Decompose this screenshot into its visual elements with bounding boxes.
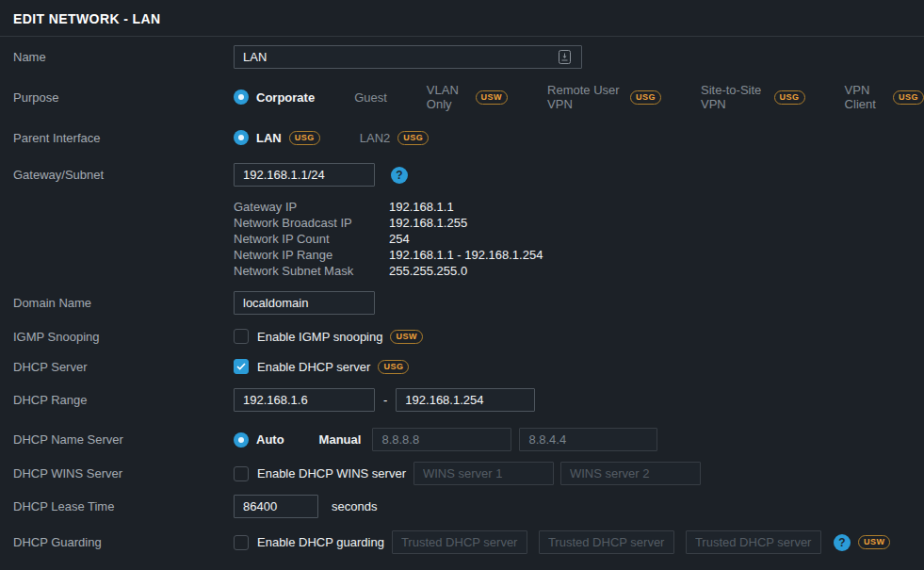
radio-icon[interactable] (678, 90, 693, 105)
wins-server-1-input (413, 462, 554, 485)
purpose-option-label[interactable]: Guest (354, 90, 387, 105)
edit-network-form: Name Purpose Corporate (0, 37, 924, 554)
dns-mode-auto-label[interactable]: Auto (256, 432, 284, 447)
dns-secondary-input (519, 428, 657, 451)
field-label-igmp-snooping: IGMP Snooping (0, 330, 234, 344)
row-dhcp-guarding: DHCP Guarding Enable DHCP guarding ? USW (0, 530, 924, 554)
dhcp-server-checkbox[interactable] (234, 359, 249, 374)
row-name: Name (0, 45, 924, 69)
info-value: 254 (389, 232, 410, 246)
purpose-option-label[interactable]: VPN Client (845, 83, 885, 111)
info-label: Network Broadcast IP (234, 216, 389, 230)
field-label-purpose: Purpose (0, 90, 234, 105)
purpose-option-remote-user-vpn[interactable]: Remote User VPN USG (525, 83, 661, 111)
dns-mode-manual[interactable]: Manual (297, 432, 362, 448)
info-value: 255.255.255.0 (389, 264, 467, 278)
name-input[interactable] (234, 45, 582, 69)
radio-icon[interactable] (404, 90, 419, 105)
dhcp-wins-checkbox[interactable] (234, 466, 249, 481)
dhcp-guarding-checkbox[interactable] (234, 535, 249, 550)
dhcp-server-checkbox-label[interactable]: Enable DHCP server (257, 360, 370, 374)
dhcp-range-start-input[interactable] (234, 388, 375, 412)
usw-badge: USW (858, 535, 891, 549)
radio-selected-icon[interactable] (234, 90, 249, 105)
field-label-dhcp-server: DHCP Server (0, 360, 234, 374)
domain-name-input[interactable] (234, 291, 375, 315)
purpose-option-site-to-site-vpn[interactable]: Site-to-Site VPN USG (678, 83, 805, 111)
info-label: Gateway IP (234, 200, 389, 214)
dhcp-lease-time-input[interactable] (234, 495, 318, 518)
row-domain-name: Domain Name (0, 291, 924, 315)
info-row-broadcast-ip: Network Broadcast IP 192.168.1.255 (234, 215, 543, 231)
radio-icon[interactable] (525, 90, 540, 105)
dhcp-guarding-checkbox-label[interactable]: Enable DHCP guarding (257, 535, 384, 549)
usw-badge: USW (476, 90, 509, 105)
trusted-dhcp-server-1-input (392, 530, 527, 554)
info-row-ip-range: Network IP Range 192.168.1.1 - 192.168.1… (234, 247, 543, 263)
radio-icon[interactable] (337, 130, 352, 145)
field-label-parent-interface: Parent Interface (0, 131, 234, 145)
lease-time-unit: seconds (332, 499, 377, 513)
purpose-option-label[interactable]: VLAN Only (427, 83, 468, 111)
range-separator: - (383, 393, 387, 407)
purpose-option-vlan-only[interactable]: VLAN Only USW (404, 83, 508, 111)
purpose-option-label[interactable]: Corporate (256, 90, 315, 105)
dhcp-wins-checkbox-label[interactable]: Enable DHCP WINS server (257, 466, 406, 480)
row-dhcp-wins-server: DHCP WINS Server Enable DHCP WINS server (0, 462, 924, 485)
field-label-dhcp-wins-server: DHCP WINS Server (0, 466, 234, 480)
igmp-snooping-checkbox[interactable] (234, 329, 249, 344)
field-label-gateway-subnet: Gateway/Subnet (0, 163, 234, 187)
dns-mode-auto[interactable]: Auto (234, 432, 284, 448)
radio-selected-icon[interactable] (234, 432, 249, 448)
page-header: EDIT NETWORK - LAN (0, 0, 924, 37)
gateway-info-table: Gateway IP 192.168.1.1 Network Broadcast… (234, 199, 543, 279)
help-icon[interactable]: ? (834, 534, 851, 551)
purpose-option-vpn-client[interactable]: VPN Client USG (822, 83, 924, 111)
field-label-dhcp-lease-time: DHCP Lease Time (0, 499, 234, 513)
info-row-ip-count: Network IP Count 254 (234, 231, 543, 247)
usg-badge: USG (774, 90, 805, 105)
dhcp-range-end-input[interactable] (396, 388, 535, 412)
purpose-option-label[interactable]: Site-to-Site VPN (701, 83, 767, 111)
radio-selected-icon[interactable] (234, 130, 249, 145)
info-label: Network IP Count (234, 232, 389, 246)
parent-interface-option-lan[interactable]: LAN USG (234, 130, 320, 145)
info-row-gateway-ip: Gateway IP 192.168.1.1 (234, 199, 543, 215)
info-label: Network Subnet Mask (234, 264, 389, 278)
parent-interface-option-label[interactable]: LAN (256, 131, 282, 145)
dns-mode-manual-label[interactable]: Manual (319, 432, 362, 447)
field-label-domain-name: Domain Name (0, 296, 234, 310)
usg-badge: USG (289, 131, 320, 145)
trusted-dhcp-server-2-input (539, 530, 674, 554)
purpose-option-label[interactable]: Remote User VPN (547, 83, 623, 111)
parent-interface-option-lan2[interactable]: LAN2 USG (337, 130, 430, 145)
info-value: 192.168.1.1 (389, 200, 454, 214)
help-icon[interactable]: ? (391, 167, 408, 184)
radio-icon[interactable] (297, 432, 312, 448)
radio-icon[interactable] (332, 90, 347, 105)
field-label-name: Name (0, 50, 234, 64)
igmp-snooping-checkbox-label[interactable]: Enable IGMP snooping (257, 330, 382, 344)
parent-interface-option-label[interactable]: LAN2 (360, 131, 391, 145)
name-input-wrap (234, 45, 582, 69)
purpose-option-corporate[interactable]: Corporate (234, 90, 315, 105)
dns-primary-input (372, 428, 511, 451)
row-dhcp-range: DHCP Range - (0, 388, 924, 412)
radio-icon[interactable] (822, 90, 837, 105)
usg-badge: USG (893, 90, 924, 105)
info-value: 192.168.1.255 (389, 216, 467, 230)
row-dhcp-server: DHCP Server Enable DHCP server USG (0, 359, 924, 374)
usg-badge: USG (378, 360, 409, 374)
row-purpose: Purpose Corporate Guest VLAN Only USW Re… (0, 83, 924, 111)
purpose-option-guest[interactable]: Guest (332, 90, 387, 105)
check-icon (236, 363, 246, 370)
info-label: Network IP Range (234, 248, 389, 262)
row-dhcp-lease-time: DHCP Lease Time seconds (0, 495, 924, 518)
info-row-subnet-mask: Network Subnet Mask 255.255.255.0 (234, 263, 543, 279)
field-label-dhcp-name-server: DHCP Name Server (0, 432, 234, 447)
usg-badge: USG (397, 131, 429, 145)
page-title: EDIT NETWORK - LAN (13, 11, 911, 26)
gateway-subnet-input[interactable] (234, 163, 375, 187)
row-parent-interface: Parent Interface LAN USG LAN2 USG (0, 130, 924, 145)
wins-server-2-input (560, 462, 701, 485)
